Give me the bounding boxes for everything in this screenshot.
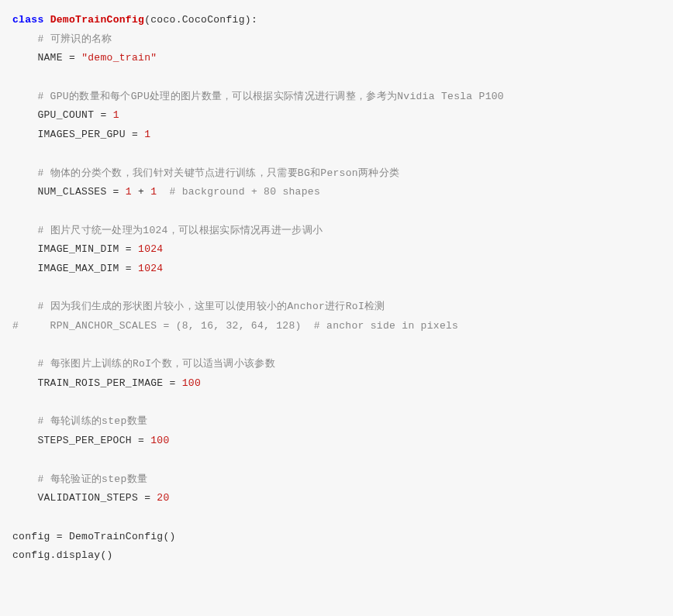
code-line	[12, 451, 661, 470]
code-line	[12, 202, 661, 222]
code-line: NAME = "demo_train"	[12, 49, 661, 68]
code-token	[12, 167, 37, 179]
code-token: # 可辨识的名称	[37, 33, 112, 45]
code-token: # 物体的分类个数，我们针对关键节点进行训练，只需要BG和Person两种分类	[37, 167, 399, 179]
code-token	[44, 14, 50, 26]
code-token: 1024	[138, 263, 163, 274]
code-token: 100	[182, 377, 201, 389]
code-token	[12, 301, 37, 312]
code-token: # RPN_ANCHOR_SCALES = (8, 16, 32, 64, 12…	[12, 320, 458, 332]
code-token: NAME =	[12, 52, 81, 64]
code-token: 1	[144, 129, 150, 140]
code-line: # 每轮训练的step数量	[12, 412, 661, 432]
code-token: IMAGES_PER_GPU =	[12, 129, 144, 140]
code-token: config.display()	[12, 549, 113, 561]
code-line: # 每张图片上训练的RoI个数，可以适当调小该参数	[12, 355, 661, 374]
code-token: +	[132, 186, 150, 198]
code-token	[12, 473, 37, 485]
code-line	[12, 394, 661, 413]
code-line: # 每轮验证的step数量	[12, 470, 661, 490]
code-token	[157, 186, 169, 198]
code-line: GPU_COUNT = 1	[12, 106, 661, 126]
code-line: # 图片尺寸统一处理为1024，可以根据实际情况再进一步调小	[12, 222, 661, 241]
code-line: # 可辨识的名称	[12, 30, 661, 50]
code-line	[12, 336, 661, 356]
code-token: IMAGE_MAX_DIM =	[12, 263, 138, 274]
code-line: # 因为我们生成的形状图片较小，这里可以使用较小的Anchor进行RoI检测	[12, 298, 661, 317]
code-token	[12, 91, 37, 102]
code-line: # GPU的数量和每个GPU处理的图片数量，可以根据实际情况进行调整，参考为Nv…	[12, 88, 661, 107]
code-token: "demo_train"	[81, 52, 157, 64]
code-token: # background + 80 shapes	[170, 186, 320, 198]
code-token	[12, 33, 37, 45]
code-line: NUM_CLASSES = 1 + 1 # background + 80 sh…	[12, 183, 661, 202]
code-token: GPU_COUNT =	[12, 109, 113, 121]
code-line: IMAGE_MAX_DIM = 1024	[12, 260, 661, 279]
code-token: DemoTrainConfig	[50, 14, 145, 26]
code-line: IMAGE_MIN_DIM = 1024	[12, 240, 661, 260]
code-line: # 物体的分类个数，我们针对关键节点进行训练，只需要BG和Person两种分类	[12, 164, 661, 184]
code-token: class	[12, 14, 44, 26]
code-token: # 每张图片上训练的RoI个数，可以适当调小该参数	[37, 358, 275, 370]
code-token: TRAIN_ROIS_PER_IMAGE =	[12, 377, 182, 389]
code-token	[12, 358, 37, 370]
code-token: 1	[113, 109, 119, 121]
code-token: # GPU的数量和每个GPU处理的图片数量，可以根据实际情况进行调整，参考为Nv…	[37, 91, 504, 102]
code-token: # 图片尺寸统一处理为1024，可以根据实际情况再进一步调小	[37, 225, 323, 236]
code-block: class DemoTrainConfig(coco.CocoConfig): …	[12, 11, 661, 566]
code-token: # 因为我们生成的形状图片较小，这里可以使用较小的Anchor进行RoI检测	[37, 301, 385, 312]
code-line	[12, 279, 661, 298]
code-line: IMAGES_PER_GPU = 1	[12, 126, 661, 145]
code-line	[12, 145, 661, 164]
code-token: config = DemoTrainConfig()	[12, 531, 176, 542]
code-token	[12, 225, 37, 236]
code-line	[12, 508, 661, 528]
code-line: VALIDATION_STEPS = 20	[12, 489, 661, 508]
code-token: 1	[126, 186, 132, 198]
code-token: # 每轮训练的step数量	[37, 415, 147, 427]
code-token: (coco.CocoConfig):	[144, 14, 257, 26]
code-line: # RPN_ANCHOR_SCALES = (8, 16, 32, 64, 12…	[12, 317, 661, 336]
code-line: TRAIN_ROIS_PER_IMAGE = 100	[12, 374, 661, 394]
code-line: STEPS_PER_EPOCH = 100	[12, 432, 661, 451]
code-line: config.display()	[12, 546, 661, 566]
code-token: IMAGE_MIN_DIM =	[12, 243, 138, 255]
code-token: 1024	[138, 243, 163, 255]
code-token: STEPS_PER_EPOCH =	[12, 435, 150, 446]
code-token	[12, 415, 37, 427]
code-token: 20	[157, 492, 169, 504]
code-token: NUM_CLASSES =	[12, 186, 126, 198]
code-token: VALIDATION_STEPS =	[12, 492, 157, 504]
code-line: config = DemoTrainConfig()	[12, 528, 661, 547]
code-token: 100	[150, 435, 169, 446]
code-line: class DemoTrainConfig(coco.CocoConfig):	[12, 11, 661, 30]
code-line	[12, 68, 661, 88]
code-token: # 每轮验证的step数量	[37, 473, 147, 485]
